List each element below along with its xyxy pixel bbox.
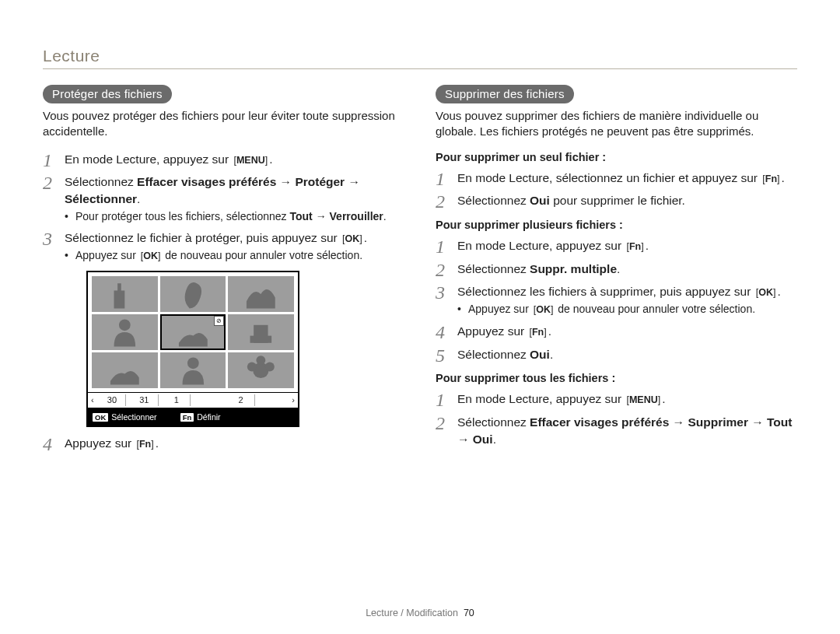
protect-step-2-bullet: Pour protéger tous les fichiers, sélecti… (65, 209, 404, 224)
rule (43, 68, 797, 69)
thumb (92, 276, 158, 312)
camera-screen: ⊘ (86, 271, 299, 427)
fn-button-label: Fn (527, 326, 548, 340)
delete-single-step-1: En mode Lecture, sélectionnez un fichier… (436, 170, 797, 187)
col-delete: Supprimer des fichiers Vous pouvez suppr… (436, 85, 797, 458)
ok-button-label: OK (341, 233, 364, 247)
svg-point-0 (119, 319, 131, 331)
section-header: Lecture (43, 47, 797, 65)
fn-button-label: Fn (135, 438, 155, 452)
delete-all-heading: Pour supprimer tous les fichiers : (436, 372, 797, 384)
delete-multi-step-3: Sélectionnez les fichiers à supprimer, p… (436, 283, 797, 317)
footer: Lecture / Modification 70 (0, 608, 840, 618)
delete-multi-step-5: Sélectionnez Oui. (436, 346, 797, 363)
delete-multi-step-1: En mode Lecture, appuyez sur Fn. (436, 237, 797, 254)
delete-multi-step-4: Appuyez sur Fn. (436, 323, 797, 340)
delete-single-heading: Pour supprimer un seul fichier : (436, 151, 797, 163)
protect-intro: Vous pouvez protéger des fichiers pour l… (43, 108, 404, 140)
cal-prev-icon: ‹ (91, 394, 94, 406)
screen-bottom-bar: OKSélectionner FnDéfinir (88, 408, 298, 426)
thumb (92, 352, 158, 388)
protect-step-4: Appuyez sur Fn. (43, 435, 404, 452)
cal-next-icon: › (292, 394, 295, 406)
page-number: 70 (464, 608, 474, 618)
ok-button-label: OK (139, 250, 163, 263)
protect-step-3-bullet: Appuyez sur OK de nouveau pour annuler v… (65, 248, 404, 263)
svg-point-3 (187, 357, 199, 369)
fn-button-label: Fn (625, 240, 645, 254)
col-protect: Protéger des fichiers Vous pouvez protég… (43, 85, 404, 458)
protect-steps: En mode Lecture, appuyez sur MENU. Sélec… (43, 151, 404, 452)
cal-cell: 30 (99, 394, 126, 406)
delete-all-step-2: Sélectionnez Effacer visages préférés → … (436, 414, 797, 447)
delete-single-step-2: Sélectionnez Oui pour supprimer le fichi… (436, 192, 797, 209)
delete-multi-step-3-bullet: Appuyez sur OK de nouveau pour annuler v… (457, 302, 797, 317)
svg-point-7 (257, 356, 266, 365)
delete-multi-heading: Pour supprimer plusieurs fichiers : (436, 219, 797, 231)
fn-tag: Fn (180, 413, 194, 422)
ok-button-label: OK (532, 303, 555, 317)
delete-multi-steps: En mode Lecture, appuyez sur Fn. Sélecti… (436, 237, 797, 363)
svg-point-5 (247, 362, 257, 371)
footer-text: Lecture / Modification (366, 608, 458, 618)
lock-icon: ⊘ (214, 316, 224, 326)
delete-all-steps: En mode Lecture, appuyez sur MENU. Sélec… (436, 391, 797, 447)
ok-tag: OK (93, 413, 108, 422)
delete-multi-step-2: Sélectionnez Suppr. multiple. (436, 261, 797, 278)
menu-button-label: MENU (625, 394, 662, 408)
menu-button-label: MENU (232, 154, 269, 168)
delete-all-step-1: En mode Lecture, appuyez sur MENU. (436, 391, 797, 408)
delete-single-steps: En mode Lecture, sélectionnez un fichier… (436, 170, 797, 209)
protect-step-1: En mode Lecture, appuyez sur MENU. (43, 151, 404, 168)
protect-step-3: Sélectionnez le fichier à protéger, puis… (43, 229, 404, 427)
delete-intro: Vous pouvez supprimer des fichiers de ma… (436, 108, 797, 140)
thumb (160, 352, 226, 388)
fn-button-label: Fn (761, 173, 781, 187)
thumb (228, 276, 294, 312)
protect-step-2: Sélectionnez Effacer visages préférés → … (43, 173, 404, 223)
thumb-selected: ⊘ (160, 314, 226, 350)
pill-protect: Protéger des fichiers (43, 85, 172, 103)
thumb (160, 276, 226, 312)
cal-cell: 2 (227, 394, 254, 406)
cal-cell: 31 (131, 394, 158, 406)
cal-cell: 1 (163, 394, 191, 406)
thumb (92, 314, 158, 350)
ok-button-label: OK (754, 286, 778, 300)
pill-delete: Supprimer des fichiers (436, 85, 574, 103)
calendar-strip: ‹ 30 31 1 2 › (88, 392, 298, 408)
thumb (228, 314, 294, 350)
svg-point-6 (265, 362, 275, 371)
thumb (228, 352, 294, 388)
thumb-grid: ⊘ (88, 272, 298, 392)
svg-rect-2 (250, 336, 272, 343)
